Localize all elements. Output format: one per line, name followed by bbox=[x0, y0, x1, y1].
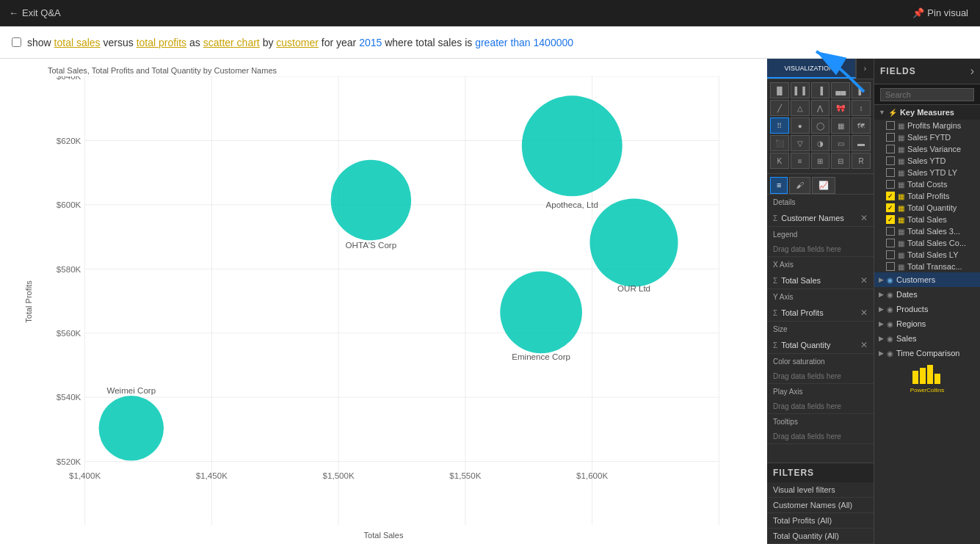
format-tab[interactable]: 🖌 bbox=[789, 177, 810, 194]
total-profits-remove[interactable]: ✕ bbox=[860, 308, 868, 318]
bubble-our-ltd[interactable] bbox=[589, 198, 678, 286]
field-total-transac[interactable]: ▦ Total Transac... bbox=[874, 261, 980, 272]
category-customers[interactable]: ▶ ◉ Customers bbox=[874, 272, 980, 287]
dates-expand-icon: ▶ bbox=[879, 291, 884, 298]
field-sales-ytd-ly[interactable]: ▦ Sales YTD LY bbox=[874, 167, 980, 178]
field-profits-margins-check bbox=[886, 121, 895, 130]
viz-icon-filled-map[interactable]: ⬛ bbox=[770, 135, 789, 151]
category-dates[interactable]: ▶ ◉ Dates bbox=[874, 287, 980, 302]
field-total-profits[interactable]: ✓ ▦ Total Profits bbox=[874, 190, 980, 202]
viz-icon-line[interactable]: ╱ bbox=[770, 100, 789, 116]
field-total-sales-ly-check bbox=[886, 250, 895, 259]
bubble-ohtas[interactable] bbox=[331, 160, 412, 241]
viz-icon-slicer[interactable]: ≡ bbox=[791, 153, 810, 169]
customers-expand-icon: ▶ bbox=[879, 276, 884, 283]
field-total-quantity-label: Total Quantity bbox=[907, 203, 957, 212]
bubble-eminence[interactable] bbox=[500, 271, 582, 353]
viz-icon-stacked-bar[interactable]: ▐▌ bbox=[770, 82, 789, 98]
field-sales-fytd[interactable]: ▦ Sales FYTD bbox=[874, 131, 980, 143]
viz-icon-grid: ▐▌ ▌▐ ▐ ▄▄ ▌ ╱ △ ⋀ 🎀 ↕ ⠿ ● ◯ ▦ 🗺 ⬛ bbox=[767, 79, 874, 174]
field-sales-fytd-label: Sales FYTD bbox=[907, 133, 951, 142]
svg-text:$1,500K: $1,500K bbox=[323, 471, 355, 480]
field-total-costs[interactable]: ▦ Total Costs bbox=[874, 178, 980, 190]
viz-icon-table[interactable]: ⊞ bbox=[811, 153, 830, 169]
dates-icon: ◉ bbox=[887, 291, 893, 299]
viz-icon-card[interactable]: ▭ bbox=[831, 135, 850, 151]
field-total-sales-3[interactable]: ▦ Total Sales 3... bbox=[874, 225, 980, 237]
viz-icon-ribbon[interactable]: 🎀 bbox=[831, 100, 850, 116]
visualizations-tab[interactable]: VISUALIZATIONS bbox=[767, 59, 856, 79]
viz-expand-button[interactable]: › bbox=[856, 59, 874, 79]
filter-customer-names[interactable]: Customer Names (All) bbox=[767, 498, 874, 513]
field-total-sales-icon: ▦ bbox=[898, 216, 904, 224]
viz-icon-stacked-column[interactable]: ▌ bbox=[852, 82, 871, 98]
total-profits-icon: Σ bbox=[773, 309, 777, 317]
customer-names-field[interactable]: Σ Customer Names ✕ bbox=[767, 210, 874, 226]
field-sales-ytd[interactable]: ▦ Sales YTD bbox=[874, 155, 980, 167]
field-total-sales[interactable]: ✓ ▦ Total Sales bbox=[874, 214, 980, 225]
play-axis-placeholder: Drag data fields here bbox=[773, 402, 841, 410]
legend-label: Legend bbox=[767, 227, 874, 242]
category-time-comparison[interactable]: ▶ ◉ Time Comparison bbox=[874, 346, 980, 360]
analytics-tab[interactable]: 📈 bbox=[812, 177, 835, 194]
viz-icon-stacked-bar-100[interactable]: ▐ bbox=[811, 82, 830, 98]
viz-icon-kpi[interactable]: K bbox=[770, 153, 789, 169]
viz-icon-gauge[interactable]: ◑ bbox=[811, 135, 830, 151]
tooltips-section: Tooltips Drag data fields here bbox=[767, 414, 874, 444]
query-checkbox[interactable] bbox=[12, 37, 21, 47]
viz-icon-clustered-bar[interactable]: ▌▐ bbox=[791, 82, 810, 98]
viz-icon-clustered-column[interactable]: ▄▄ bbox=[831, 82, 850, 98]
fields-search-input[interactable] bbox=[880, 88, 974, 101]
viz-icon-pie[interactable]: ● bbox=[791, 117, 810, 134]
viz-icon-donut[interactable]: ◯ bbox=[811, 117, 830, 134]
field-total-costs-check bbox=[886, 180, 895, 189]
viz-icon-treemap[interactable]: ▦ bbox=[831, 117, 850, 134]
total-profits-field[interactable]: Σ Total Profits ✕ bbox=[767, 305, 874, 321]
field-sales-variance-icon: ▦ bbox=[898, 145, 904, 153]
filters-section: FILTERS Visual level filters Customer Na… bbox=[767, 463, 874, 544]
field-total-transac-check bbox=[886, 262, 895, 271]
category-products[interactable]: ▶ ◉ Products bbox=[874, 302, 980, 316]
fields-expand-button[interactable]: › bbox=[970, 65, 974, 78]
viz-icon-map[interactable]: 🗺 bbox=[852, 117, 871, 134]
field-total-sales-co-label: Total Sales Co... bbox=[907, 239, 966, 247]
viz-icon-waterfall[interactable]: ↕ bbox=[852, 100, 871, 116]
field-sales-ytd-icon: ▦ bbox=[898, 157, 904, 165]
color-saturation-label: Color saturation bbox=[767, 354, 874, 369]
field-profits-margins[interactable]: ▦ Profits Margins bbox=[874, 120, 980, 131]
filter-total-profits[interactable]: Total Profits (All) bbox=[767, 513, 874, 529]
filter-visual-level[interactable]: Visual level filters bbox=[767, 482, 874, 498]
field-total-profits-icon: ▦ bbox=[898, 192, 904, 200]
y-axis-section: Y Axis Σ Total Profits ✕ bbox=[767, 289, 874, 322]
svg-rect-32 bbox=[920, 368, 926, 384]
category-regions[interactable]: ▶ ◉ Regions bbox=[874, 316, 980, 331]
svg-text:$540K: $540K bbox=[57, 393, 81, 402]
x-axis-label-field: X Axis bbox=[767, 257, 874, 272]
field-total-sales-ly[interactable]: ▦ Total Sales LY bbox=[874, 249, 980, 261]
filter-total-quantity[interactable]: Total Quantity (All) bbox=[767, 529, 874, 544]
bubble-apotheca[interactable] bbox=[522, 95, 623, 196]
viz-icon-funnel[interactable]: ▽ bbox=[791, 135, 810, 151]
viz-icon-matrix[interactable]: ⊟ bbox=[831, 153, 850, 169]
field-total-quantity[interactable]: ✓ ▦ Total Quantity bbox=[874, 202, 980, 214]
field-total-sales-co[interactable]: ▦ Total Sales Co... bbox=[874, 237, 980, 249]
total-sales-remove[interactable]: ✕ bbox=[860, 275, 868, 286]
exit-button[interactable]: ← Exit Q&A bbox=[9, 7, 61, 18]
viz-icon-r-visual[interactable]: R bbox=[852, 153, 871, 169]
category-sales[interactable]: ▶ ◉ Sales bbox=[874, 331, 980, 346]
viz-icon-line-clustered[interactable]: ⋀ bbox=[811, 100, 830, 116]
query-for-year: for year bbox=[322, 37, 359, 48]
viz-icon-multirow-card[interactable]: ▬ bbox=[852, 135, 871, 151]
bubble-weimei[interactable] bbox=[99, 396, 164, 460]
total-quantity-field[interactable]: Σ Total Quantity ✕ bbox=[767, 337, 874, 353]
total-sales-field[interactable]: Σ Total Sales ✕ bbox=[767, 272, 874, 289]
field-sales-variance[interactable]: ▦ Sales Variance bbox=[874, 143, 980, 155]
details-tab[interactable]: ≡ bbox=[770, 177, 788, 194]
customer-names-remove[interactable]: ✕ bbox=[860, 213, 868, 223]
x-axis-label: Total Sales bbox=[364, 531, 404, 540]
svg-text:$1,600K: $1,600K bbox=[576, 471, 608, 480]
viz-icon-scatter[interactable]: ⠿ bbox=[770, 117, 789, 134]
total-quantity-remove[interactable]: ✕ bbox=[860, 340, 868, 350]
viz-icon-area[interactable]: △ bbox=[791, 100, 810, 116]
pin-visual-button[interactable]: 📌 Pin visual bbox=[912, 7, 968, 18]
